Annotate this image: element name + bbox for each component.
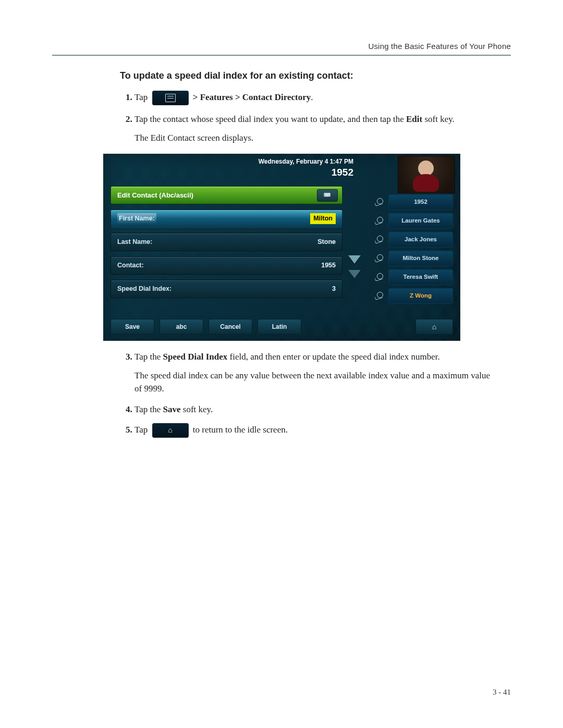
home-icon: ⌂ [432,323,436,330]
phone-dial-icon [375,273,385,281]
speed-dial-button[interactable]: Milton Stone [388,251,453,266]
content-block: To update a speed dial index for an exis… [120,70,495,438]
step-1-dot: . [311,92,313,102]
field-speed-dial-value: 3 [332,284,336,294]
speed-dial-button[interactable]: Teresa Swift [388,269,453,285]
step-2-para2: The Edit Contact screen displays. [134,131,495,145]
field-contact-value: 1955 [321,261,336,270]
speed-dial-sidebar: 1952 Lauren Gates Jack Jones Milton [375,194,453,304]
chapter-header: Using the Basic Features of Your Phone [52,42,511,51]
step-2-text-b: soft key. [422,114,455,124]
section-title: To update a speed dial index for an exis… [120,70,495,81]
edit-contact-title: Edit Contact (Abc/ascii) [117,190,193,201]
field-contact[interactable]: Contact: 1955 [111,256,342,275]
field-first-name[interactable]: First Name: Milton [111,209,342,228]
field-speed-dial-label: Speed Dial Index: [117,284,172,294]
field-last-name[interactable]: Last Name: Stone [111,233,342,251]
softkey-home[interactable]: ⌂ [415,319,453,335]
step-5-a: Tap [134,425,148,435]
step-3-bold: Speed Dial Index [163,352,228,362]
step-4-b: soft key. [181,404,213,414]
softkey-bar: Save abc Cancel Latin ⌂ [111,319,453,335]
speed-dial-button[interactable]: Lauren Gates [388,213,453,229]
instruction-list: Tap > Features > Contact Directory. Tap … [120,91,495,438]
phone-datetime: Wednesday, February 4 1:47 PM [103,157,359,166]
speed-dial-row: Z Wong [375,288,453,304]
step-1-path: > Features > Contact Directory [193,92,311,102]
speed-dial-button[interactable]: Jack Jones [388,232,453,248]
page-number: 3 - 41 [493,688,511,697]
softkey-save[interactable]: Save [111,319,154,335]
phone-dial-icon [375,292,385,300]
field-last-name-label: Last Name: [117,237,152,247]
scroll-arrows[interactable] [348,255,361,278]
speed-dial-button[interactable]: 1952 [388,194,453,210]
step-1: Tap > Features > Contact Directory. [134,91,495,105]
speed-dial-row: Jack Jones [375,232,453,248]
phone-dial-icon [375,254,385,263]
speed-dial-button[interactable]: Z Wong [388,288,453,304]
edit-contact-title-bar: Edit Contact (Abc/ascii) ⌨ [111,186,342,204]
phone-dial-icon [375,236,385,244]
avatar [398,156,455,193]
speed-dial-row: Teresa Swift [375,269,453,285]
step-3-b: field, and then enter or update the spee… [227,352,439,362]
speed-dial-row: 1952 [375,194,453,210]
keyboard-icon[interactable]: ⌨ [317,189,338,202]
step-3: Tap the Speed Dial Index field, and then… [134,350,495,396]
field-contact-label: Contact: [117,261,144,270]
softkey-cancel[interactable]: Cancel [209,319,252,335]
chevron-down-icon[interactable] [348,255,361,264]
step-2: Tap the contact whose speed dial index y… [134,113,495,341]
step-3-para2: The speed dial index can be any value be… [134,369,495,396]
phone-dial-icon [375,217,385,225]
step-3-a: Tap the [134,352,163,362]
step-5: Tap ⌂ to return to the idle screen. [134,423,495,438]
speed-dial-row: Milton Stone [375,251,453,266]
step-4: Tap the Save soft key. [134,403,495,416]
chevron-down-icon[interactable] [348,270,361,278]
field-speed-dial[interactable]: Speed Dial Index: 3 [111,280,342,298]
edit-contact-panel: Edit Contact (Abc/ascii) ⌨ First Name: M… [111,186,342,298]
step-1-tap: Tap [134,92,148,102]
step-5-b: to return to the idle screen. [193,425,288,435]
document-page: Using the Basic Features of Your Phone T… [0,0,563,728]
step-2-bold: Edit [406,114,422,124]
phone-screenshot: Wednesday, February 4 1:47 PM 1952 Edit … [103,154,460,341]
header-rule [52,55,511,56]
phone-extension: 1952 [332,165,353,180]
phone-dial-icon [375,198,385,206]
field-last-name-value: Stone [317,237,336,247]
step-4-bold: Save [163,404,181,414]
step-2-text-a: Tap the contact whose speed dial index y… [134,114,406,124]
speed-dial-row: Lauren Gates [375,213,453,229]
field-first-name-value: Milton [310,213,336,224]
home-icon: ⌂ [152,423,189,438]
menu-icon [152,91,189,105]
softkey-latin[interactable]: Latin [258,319,301,335]
field-first-name-label: First Name: [117,213,156,224]
step-4-a: Tap the [134,404,163,414]
softkey-abc[interactable]: abc [160,319,203,335]
